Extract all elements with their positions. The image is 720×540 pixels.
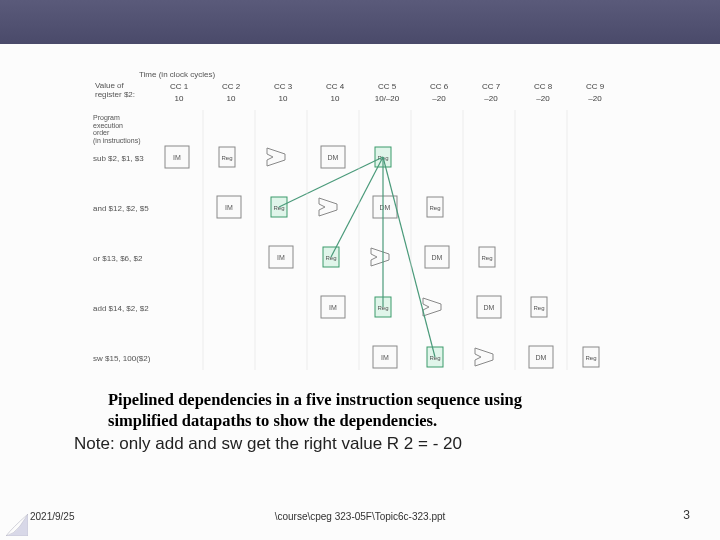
svg-text:IM: IM: [173, 154, 181, 161]
figure-caption: Pipelined dependencies in a five instruc…: [108, 390, 648, 431]
svg-text:Reg: Reg: [533, 305, 544, 311]
slide-header-bar: [0, 0, 720, 44]
svg-text:Reg: Reg: [221, 155, 232, 161]
svg-text:Reg: Reg: [481, 255, 492, 261]
pipeline-diagram: Time (in clock cycles) Value of register…: [85, 70, 645, 380]
caption-line-1: Pipelined dependencies in a five instruc…: [108, 390, 522, 409]
svg-text:DM: DM: [536, 354, 547, 361]
svg-marker-13: [319, 198, 337, 216]
svg-marker-22: [371, 248, 389, 266]
svg-text:DM: DM: [432, 254, 443, 261]
note-text: Note: only add and sw get the right valu…: [74, 434, 462, 454]
svg-text:DM: DM: [328, 154, 339, 161]
svg-text:IM: IM: [225, 204, 233, 211]
svg-text:IM: IM: [277, 254, 285, 261]
svg-marker-40: [475, 348, 493, 366]
page-curl-icon: [6, 514, 28, 536]
svg-text:Reg: Reg: [273, 205, 284, 211]
svg-text:IM: IM: [329, 304, 337, 311]
svg-text:DM: DM: [484, 304, 495, 311]
svg-marker-31: [423, 298, 441, 316]
svg-text:Reg: Reg: [585, 355, 596, 361]
svg-text:Reg: Reg: [429, 205, 440, 211]
footer-page-number: 3: [683, 508, 690, 522]
svg-text:IM: IM: [381, 354, 389, 361]
svg-marker-4: [267, 148, 285, 166]
pipeline-svg: IM Reg DM Reg IM Reg DM Reg IM Reg: [85, 70, 645, 380]
footer-path: \course\cpeg 323-05F\Topic6c-323.ppt: [0, 511, 720, 522]
caption-line-2: simplified datapaths to show the depende…: [108, 411, 437, 430]
svg-text:DM: DM: [380, 204, 391, 211]
